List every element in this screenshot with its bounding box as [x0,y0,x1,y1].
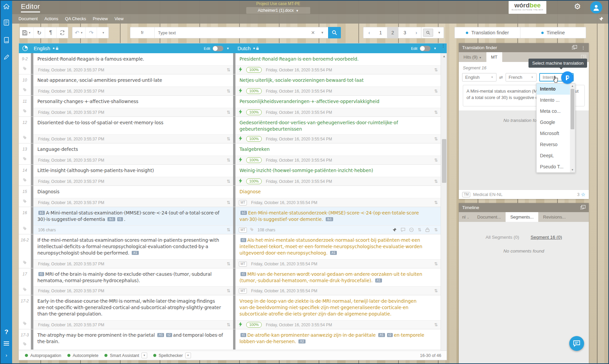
search-scope-label[interactable]: fr [130,27,155,38]
row-drag-handle[interactable]: ⇅ [227,322,230,327]
source-cell[interactable]: The·atrophy·may·be·more·prominent·in·the… [33,329,233,350]
mt-provider-option[interactable]: Pseudo T... [537,161,570,172]
panel-menu-kebab-icon[interactable]: ⋮ [581,46,585,49]
row-drag-handle[interactable]: ⇅ [227,227,230,232]
page-3-button[interactable]: 3 [399,27,411,38]
filter-chevron[interactable]: ▼ [435,31,444,34]
document-selector[interactable]: Alzheimer1 (1).docx▼ [246,7,310,14]
home-icon[interactable] [1,1,12,12]
row-drag-handle[interactable]: ⇅ [434,288,438,293]
avatar[interactable] [590,1,602,13]
resources-icon[interactable] [1,34,12,46]
source-cell[interactable]: Neat·appearance,·social·amenities·preser… [33,74,233,87]
tag-icon[interactable] [23,156,27,162]
tab-hits[interactable]: Hits (9)▼ [459,52,486,62]
tag-icon[interactable] [23,66,27,72]
pin-icon[interactable] [392,228,397,232]
target-cell[interactable]: Netjes·uiterlijk,·sociale·voorzieningen·… [235,74,441,87]
chevron-down-icon[interactable]: ▼ [185,353,191,358]
target-cell[interactable]: Taalgebreken [235,143,441,156]
row-drag-handle[interactable]: ⇅ [418,227,421,232]
row-drag-handle[interactable]: ⇅ [227,67,230,72]
clear-search-icon[interactable]: ✕ [308,30,318,35]
status-toggle-autopropagation[interactable]: Autopropagation [25,353,61,358]
tag-icon[interactable] [250,227,254,233]
target-cell[interactable]: Gedesoriënteerd·door·verlies·van·geheuge… [235,117,441,134]
target-edit-toggle[interactable] [420,46,430,51]
tab-mt[interactable]: MT [486,52,502,62]
status-toggle-smart-assistant[interactable]: Smart Assistant▼ [104,353,147,358]
scrollbar-thumb[interactable] [442,139,446,183]
row-drag-handle[interactable]: ⇅ [434,136,438,141]
swap-languages-icon[interactable]: ⇄ [499,75,503,80]
search-button[interactable] [328,27,341,38]
row-drag-handle[interactable]: ⇅ [434,261,438,266]
wordbee-logo[interactable]: wórdbee BUZZING OUTSIDE THE BOX [509,1,546,14]
source-cell[interactable]: Personality·changes·+·affective·shallown… [33,96,233,108]
source-cell[interactable]: Language·defects [33,143,233,156]
tm-row[interactable]: TM Medical EN-NL 3☆ [459,190,589,199]
source-cell[interactable]: t1MRI·of·the·brain·is·mainly·done·to·exc… [33,268,233,286]
pin-icon[interactable] [599,16,604,23]
find-replace-button[interactable] [57,27,68,38]
expand-panel-icon[interactable] [580,205,585,210]
row-drag-handle[interactable]: ⇅ [227,288,230,293]
source-edit-toggle[interactable] [213,46,223,51]
refresh-button[interactable]: ↻ [34,27,45,38]
row-drag-handle[interactable]: ⇅ [227,261,230,266]
timeline-lang-select[interactable]: nl⌄ [459,212,473,222]
grid-menu-kebab-icon[interactable]: ⋮ [440,43,447,53]
row-drag-handle[interactable]: ⇅ [227,110,230,115]
tag-icon[interactable] [23,341,27,348]
target-cell[interactable]: b1Een·Mini-mentale·statusonderzoek·(MMSE… [235,207,441,225]
star-icon[interactable]: ☆ [581,192,585,198]
tag-icon[interactable] [23,199,27,205]
row-drag-handle[interactable]: ⇅ [227,89,230,94]
segment-16-link[interactable]: Segment 16 (0) [531,235,562,240]
scroll-down-icon[interactable]: ▼ [570,168,575,171]
next-page-button[interactable]: › [411,27,422,38]
tab-qa-checks[interactable]: QA Checks [62,14,90,24]
status-toggle-autocomplete[interactable]: Autocomplete [67,353,98,358]
save-button[interactable]: ▼ [20,27,34,38]
collapse-sidebar-icon[interactable]: › [1,349,12,361]
row-drag-handle[interactable]: ⇅ [434,200,438,205]
grid-scrollbar[interactable]: ▲ [441,53,447,351]
row-drag-handle[interactable]: ⇅ [227,136,230,141]
mt-provider-option[interactable]: Intento ... [537,95,570,106]
chevron-down-icon[interactable]: ▼ [141,353,147,358]
source-cell[interactable]: Early·in·the·disease·course·the·MRI·is·n… [33,295,233,320]
row-drag-handle[interactable]: ⇅ [434,110,438,115]
redo-button[interactable]: ↷ [86,27,97,38]
tag-icon[interactable] [23,135,27,141]
status-toggle-spellchecker[interactable]: Spellchecker▼ [153,353,191,358]
tab-revisions[interactable]: Revisions... [538,212,570,222]
source-cell[interactable]: b1A·Mini-mental·status·examination·(MMSE… [33,207,233,225]
source-cell[interactable]: Disoriented·due·to·loss·of·spatial·or·ev… [33,117,233,134]
prev-page-button[interactable]: ‹ [363,27,375,38]
row-drag-handle[interactable]: ⇅ [434,89,438,94]
tag-icon[interactable] [23,87,27,93]
tab-segments-comments[interactable]: Segments... [506,212,538,222]
target-cell[interactable]: t1MRI·van·de·hersenen·wordt·vooral·gedaa… [235,268,441,286]
tag-icon[interactable] [23,260,27,266]
tag-icon[interactable] [23,177,27,184]
editor-icon[interactable] [1,51,12,63]
help-icon[interactable]: ? [1,326,12,338]
target-cell[interactable]: Vroeg·in·de·loop·van·de·ziekte·is·de·MRI… [235,295,441,320]
tab-document-comments[interactable]: Document... [473,212,506,222]
segment-search-button[interactable] [423,29,433,37]
tab-actions[interactable]: Actions [41,14,62,24]
target-cell[interactable]: t1Als·het·mini-mentale·statusonderzoek·n… [235,234,441,259]
row-drag-handle[interactable]: ⇅ [434,179,438,184]
scrollbar-thumb[interactable] [571,89,574,129]
exclude-icon[interactable] [409,228,414,232]
source-language-select[interactable]: English▼ [462,73,496,81]
tag-icon[interactable] [23,108,27,114]
menu-icon[interactable] [1,338,12,349]
scroll-up-icon[interactable]: ▲ [441,55,447,58]
expand-panel-icon[interactable] [572,45,577,51]
gear-icon[interactable]: ⚙ [574,2,581,11]
row-drag-handle[interactable]: ⇅ [434,227,438,232]
target-language-select[interactable]: French▼ [506,73,537,81]
